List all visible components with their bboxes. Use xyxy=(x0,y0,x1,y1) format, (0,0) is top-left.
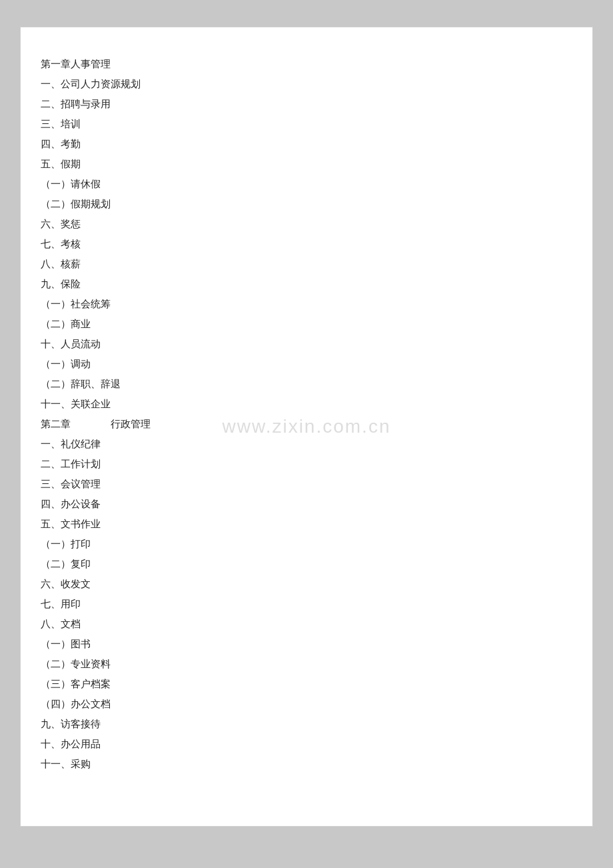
list-item: （一）社会统筹 xyxy=(41,294,572,314)
page-container: www.zixin.com.cn 第一章人事管理一、公司人力资源规划二、招聘与录… xyxy=(20,27,593,827)
list-item: 八、文档 xyxy=(41,614,572,634)
list-item: 六、收发文 xyxy=(41,574,572,594)
list-item: （二）假期规划 xyxy=(41,194,572,214)
list-item: 十一、采购 xyxy=(41,754,572,774)
list-item: （二）商业 xyxy=(41,314,572,334)
list-item: 十、办公用品 xyxy=(41,734,572,754)
list-item: 九、保险 xyxy=(41,274,572,294)
list-item: 十一、关联企业 xyxy=(41,394,572,414)
content-list: 第一章人事管理一、公司人力资源规划二、招聘与录用三、培训四、考勤五、假期（一）请… xyxy=(41,54,572,774)
list-item: 三、培训 xyxy=(41,114,572,134)
list-item: 二、工作计划 xyxy=(41,454,572,474)
list-item: （一）图书 xyxy=(41,634,572,654)
list-item: （一）打印 xyxy=(41,534,572,554)
list-item: 七、考核 xyxy=(41,234,572,254)
list-item: 九、访客接待 xyxy=(41,714,572,734)
list-item: 六、奖惩 xyxy=(41,214,572,234)
list-item: （一）调动 xyxy=(41,354,572,374)
list-item: （二）复印 xyxy=(41,554,572,574)
list-item: 第二章 行政管理 xyxy=(41,414,572,434)
list-item: （四）办公文档 xyxy=(41,694,572,714)
list-item: 四、考勤 xyxy=(41,134,572,154)
list-item: （三）客户档案 xyxy=(41,674,572,694)
list-item: 七、用印 xyxy=(41,594,572,614)
list-item: 一、公司人力资源规划 xyxy=(41,74,572,94)
list-item: 五、假期 xyxy=(41,154,572,174)
list-item: （一）请休假 xyxy=(41,174,572,194)
list-item: 一、礼仪纪律 xyxy=(41,434,572,454)
list-item: 八、核薪 xyxy=(41,254,572,274)
list-item: 二、招聘与录用 xyxy=(41,94,572,114)
list-item: 第一章人事管理 xyxy=(41,54,572,74)
list-item: （二）专业资料 xyxy=(41,654,572,674)
list-item: 四、办公设备 xyxy=(41,494,572,514)
list-item: （二）辞职、辞退 xyxy=(41,374,572,394)
list-item: 五、文书作业 xyxy=(41,514,572,534)
list-item: 三、会议管理 xyxy=(41,474,572,494)
list-item: 十、人员流动 xyxy=(41,334,572,354)
